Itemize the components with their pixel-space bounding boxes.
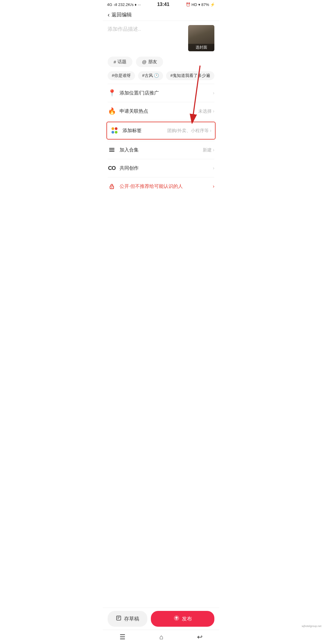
location-menu-row[interactable]: 📍 添加位置/门店推广 › [103, 84, 219, 102]
description-area: 添加作品描述.. 选封面 [103, 21, 219, 54]
privacy-label: 公开·但不推荐给可能认识的人 [120, 183, 213, 190]
topic-button[interactable]: # 话题 [108, 57, 132, 67]
hash-icon: # [114, 59, 116, 64]
menu-rows-wrapper: 📍 添加位置/门店推广 › 🔥 申请关联热点 未选择 › 添加标签 [103, 84, 219, 195]
location-arrow: › [213, 90, 214, 96]
pin-icon: 📍 [108, 89, 116, 97]
topic-chip-3[interactable]: #鬼知道我看了多少遍 [166, 71, 214, 80]
status-right: ⏰ HD ▾ 87% ⚡ [186, 2, 215, 7]
hotspot-value: 未选择 [198, 109, 212, 114]
collection-label: 加入合集 [120, 147, 203, 153]
at-icon: @ [142, 59, 146, 64]
divider-2 [108, 120, 214, 120]
cocreate-arrow: › [213, 165, 214, 171]
svg-point-6 [112, 187, 112, 188]
flame-icon: 🔥 [108, 107, 116, 115]
tag-menu-row[interactable]: 添加标签 团购/外卖、小程序等 › [106, 122, 216, 140]
signal-text: 4G ·ıll 232.2K/s ♦ ··· [107, 2, 141, 7]
back-button[interactable]: ‹ 返回编辑 [108, 11, 132, 18]
friend-button[interactable]: @ 朋友 [136, 57, 163, 67]
status-time: 13:41 [157, 2, 169, 7]
collection-menu-row[interactable]: 加入合集 新建 › [103, 141, 219, 159]
cover-label[interactable]: 选封面 [188, 44, 214, 51]
tag-label: 添加标签 [123, 128, 167, 134]
status-icons: ⏰ HD ▾ 87% ⚡ [186, 2, 215, 7]
cocreate-menu-row[interactable]: CO 共同创作 › [103, 159, 219, 177]
topics-row: #你是谁呀 #古风 🕐 #鬼知道我看了多少遍 [103, 70, 219, 84]
hotspot-menu-row[interactable]: 🔥 申请关联热点 未选择 › [103, 102, 219, 120]
tag-arrow: › [210, 128, 211, 133]
co-icon: CO [108, 164, 116, 172]
svg-rect-3 [109, 149, 114, 150]
dots-icon [111, 126, 119, 135]
topic-chip-label-3: #鬼知道我看了多少遍 [170, 73, 210, 78]
topic-chip-label-2: #古风 🕐 [142, 73, 159, 78]
lock-icon [108, 182, 116, 191]
status-left: 4G ·ıll 232.2K/s ♦ ··· [107, 2, 141, 7]
location-label: 添加位置/门店推广 [120, 90, 213, 96]
topic-chip-1[interactable]: #你是谁呀 [108, 71, 135, 80]
tag-value: 团购/外卖、小程序等 [167, 128, 209, 134]
cocreate-label: 共同创作 [120, 165, 213, 171]
privacy-arrow: › [213, 184, 214, 189]
privacy-menu-row[interactable]: 公开·但不推荐给可能认识的人 › [103, 177, 219, 195]
svg-rect-4 [109, 148, 114, 149]
back-arrow-icon: ‹ [108, 11, 110, 18]
tag-button-row: # 话题 @ 朋友 [103, 54, 219, 70]
topic-chip-label-1: #你是谁呀 [112, 73, 131, 78]
hotspot-label: 申请关联热点 [120, 108, 198, 114]
collection-value: 新建 [203, 147, 212, 153]
collection-arrow: › [213, 147, 214, 153]
topic-label: 话题 [117, 59, 126, 65]
topic-chip-2[interactable]: #古风 🕐 [138, 71, 163, 80]
stack-icon [108, 146, 116, 154]
top-nav: ‹ 返回编辑 [103, 8, 219, 21]
status-bar: 4G ·ıll 232.2K/s ♦ ··· 13:41 ⏰ HD ▾ 87% … [103, 0, 219, 8]
svg-rect-2 [109, 151, 114, 152]
back-label: 返回编辑 [112, 11, 132, 18]
friend-label: 朋友 [148, 59, 157, 65]
hotspot-arrow: › [213, 109, 214, 114]
cover-thumbnail[interactable]: 选封面 [188, 25, 214, 51]
description-input[interactable]: 添加作品描述.. [108, 25, 185, 51]
